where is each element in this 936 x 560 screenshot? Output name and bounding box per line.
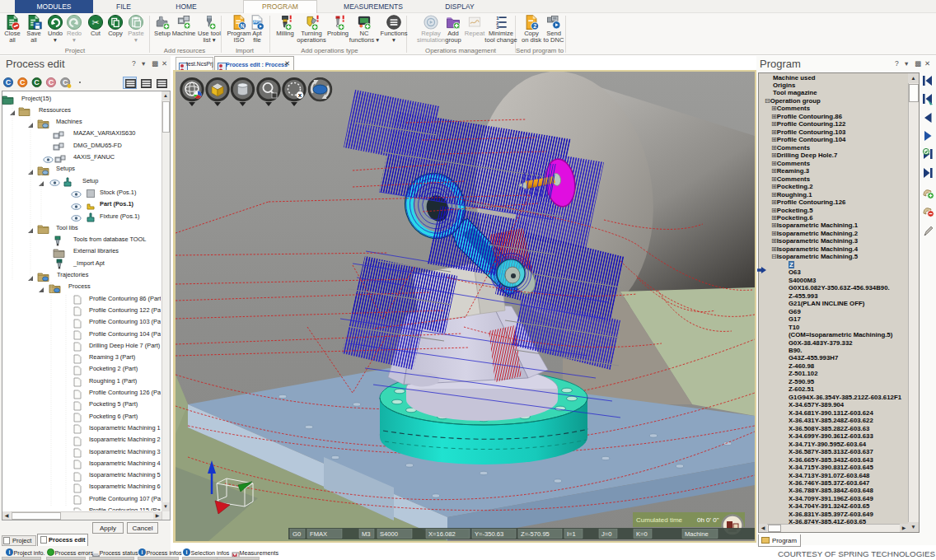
svg-text:J=0: J=0: [601, 530, 611, 538]
svg-text:G0: G0: [292, 530, 301, 538]
svg-text:Y=-350.63: Y=-350.63: [475, 530, 503, 538]
svg-text:FMAX: FMAX: [310, 530, 327, 538]
svg-text:I=1: I=1: [567, 530, 576, 538]
svg-text:S4000: S4000: [380, 530, 398, 538]
svg-text:M3: M3: [362, 530, 371, 538]
svg-text:K=0: K=0: [636, 530, 648, 538]
svg-text:Z=-570.95: Z=-570.95: [521, 530, 550, 538]
svg-text:Machine: Machine: [685, 530, 709, 538]
svg-text:X=16.082: X=16.082: [428, 530, 456, 538]
